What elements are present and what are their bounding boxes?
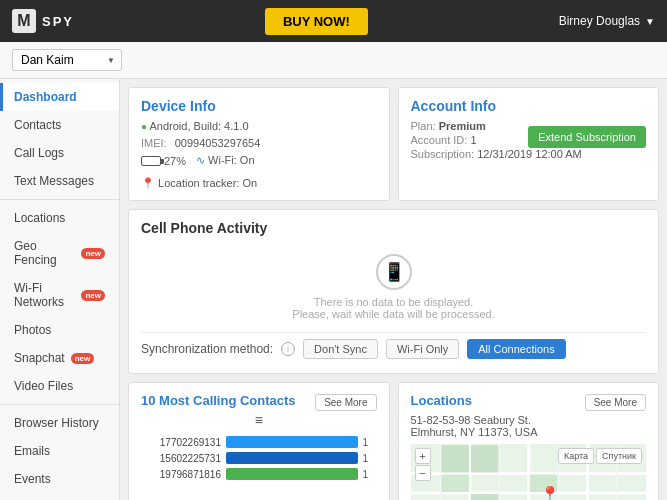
- plan-label: Plan:: [411, 120, 436, 132]
- plan-value: Premium: [439, 120, 486, 132]
- sidebar-item-text-messages[interactable]: Text Messages: [0, 167, 119, 195]
- sidebar-item-call-logs[interactable]: Call Logs: [0, 139, 119, 167]
- account-id-label: Account ID:: [411, 134, 468, 146]
- address-line2: Elmhurst, NY 11373, USA: [411, 426, 647, 438]
- user-name: Birney Douglas: [559, 14, 640, 28]
- device-info-card: Device Info ● Android, Build: 4.1.0 IMEI…: [128, 87, 390, 201]
- location-tracker-status: 📍 Location tracker: On: [141, 177, 257, 190]
- map-sputnik-button[interactable]: Спутник: [596, 448, 642, 464]
- sidebar-item-label: Snapchat: [14, 351, 65, 365]
- sidebar-item-label: Wi-Fi Networks: [14, 281, 75, 309]
- sidebar-item-label: Locations: [14, 211, 65, 225]
- map-zoom-controls: + −: [415, 448, 431, 481]
- sub-header: Dan Kaim: [0, 42, 667, 79]
- sync-label: Synchronization method:: [141, 342, 273, 356]
- locations-header: Locations See More: [411, 393, 647, 412]
- device-info-row: ● Android, Build: 4.1.0: [141, 120, 377, 132]
- bar-row-2: 15602225731 1: [141, 452, 377, 464]
- bar-val-2: 1: [363, 453, 377, 464]
- sidebar-item-dashboard[interactable]: Dashboard: [0, 83, 119, 111]
- sidebar-item-geo-fencing[interactable]: Geo Fencing new: [0, 232, 119, 274]
- bar-fill-3: [226, 468, 358, 480]
- header: m SPY BUY NOW! Birney Douglas ▼: [0, 0, 667, 42]
- subscription-row: Subscription: 12/31/2019 12:00 AM: [411, 148, 647, 160]
- bar-track-3: [226, 468, 358, 480]
- all-connections-button[interactable]: All Connections: [467, 339, 565, 359]
- subscription-label: Subscription:: [411, 148, 475, 160]
- device-selector[interactable]: Dan Kaim: [12, 49, 122, 71]
- calling-contacts-header: 10 Most Calling Contacts See More: [141, 393, 377, 412]
- user-menu[interactable]: Birney Douglas ▼: [559, 14, 655, 28]
- sidebar: Dashboard Contacts Call Logs Text Messag…: [0, 79, 120, 500]
- battery-value: 27%: [164, 155, 186, 167]
- sidebar-item-contacts[interactable]: Contacts: [0, 111, 119, 139]
- sidebar-item-label: Contacts: [14, 118, 61, 132]
- bar-row-1: 17702269131 1: [141, 436, 377, 448]
- sidebar-item-snapchat[interactable]: Snapchat new: [0, 344, 119, 372]
- logo-text: SPY: [42, 14, 74, 29]
- buy-now-button[interactable]: BUY NOW!: [265, 8, 368, 35]
- bar-label-1: 17702269131: [141, 437, 221, 448]
- map-placeholder: + − Карта Спутник 📍: [411, 444, 647, 500]
- bar-fill-1: [226, 436, 358, 448]
- new-badge-wifi: new: [81, 290, 105, 301]
- phone-icon: 📱: [376, 254, 412, 290]
- cell-activity-empty: 📱 There is no data to be displayed. Plea…: [141, 244, 646, 328]
- bar-row-3: 19796871816 1: [141, 468, 377, 480]
- sidebar-item-video-files[interactable]: Video Files: [0, 372, 119, 400]
- imei-value: 00994053297654: [175, 137, 261, 149]
- sidebar-item-locations[interactable]: Locations: [0, 204, 119, 232]
- cell-activity-title: Cell Phone Activity: [141, 220, 646, 236]
- sidebar-item-browser-history[interactable]: Browser History: [0, 409, 119, 437]
- dont-sync-button[interactable]: Don't Sync: [303, 339, 378, 359]
- account-id-value: 1: [470, 134, 476, 146]
- bar-chart: 17702269131 1 15602225731 1: [141, 436, 377, 480]
- sidebar-item-label: Video Files: [14, 379, 73, 393]
- map-pin-icon: 📍: [540, 485, 560, 500]
- locations-address: 51-82-53-98 Seabury St. Elmhurst, NY 113…: [411, 414, 647, 438]
- wifi-status: ∿ Wi-Fi: On: [196, 154, 255, 167]
- imei-label: IMEI:: [141, 137, 167, 149]
- wifi-icon: ∿: [196, 154, 205, 166]
- android-dot-icon: ●: [141, 121, 147, 132]
- android-label: ● Android, Build: 4.1.0: [141, 120, 249, 132]
- logo-icon: m: [12, 9, 36, 33]
- device-status-row: 27% ∿ Wi-Fi: On 📍 Location tracker: On: [141, 154, 377, 190]
- sidebar-item-label: Dashboard: [14, 90, 77, 104]
- map-karta-button[interactable]: Карта: [558, 448, 594, 464]
- bar-fill-2: [226, 452, 358, 464]
- chevron-down-icon: ▼: [645, 16, 655, 27]
- device-selector-wrapper: Dan Kaim: [12, 49, 122, 71]
- locations-card: Locations See More 51-82-53-98 Seabury S…: [398, 382, 660, 500]
- hamburger-icon: ≡: [141, 412, 377, 428]
- sidebar-item-label: Geo Fencing: [14, 239, 75, 267]
- account-info-title: Account Info: [411, 98, 647, 114]
- location-icon: 📍: [141, 177, 155, 189]
- calling-contacts-see-more[interactable]: See More: [315, 394, 376, 411]
- map-zoom-out-button[interactable]: −: [415, 465, 431, 481]
- sidebar-item-wifi-networks[interactable]: Wi-Fi Networks new: [0, 274, 119, 316]
- wifi-only-button[interactable]: Wi-Fi Only: [386, 339, 459, 359]
- sidebar-item-events[interactable]: Events: [0, 465, 119, 493]
- sidebar-divider-2: [0, 404, 119, 405]
- map-zoom-in-button[interactable]: +: [415, 448, 431, 464]
- calling-contacts-card: 10 Most Calling Contacts See More ≡ 1770…: [128, 382, 390, 500]
- map-type-controls: Карта Спутник: [558, 448, 642, 464]
- info-icon[interactable]: i: [281, 342, 295, 356]
- svg-rect-10: [441, 445, 468, 472]
- locations-see-more[interactable]: See More: [585, 394, 646, 411]
- bar-val-1: 1: [363, 437, 377, 448]
- extend-subscription-button[interactable]: Extend Subscription: [528, 126, 646, 148]
- account-info-card: Account Info Extend Subscription Plan: P…: [398, 87, 660, 201]
- sidebar-item-label: Text Messages: [14, 174, 94, 188]
- new-badge-geo: new: [81, 248, 105, 259]
- battery-indicator: 27%: [141, 155, 186, 167]
- sidebar-item-label: Call Logs: [14, 146, 64, 160]
- device-info-details: IMEI: 00994053297654: [141, 137, 377, 149]
- calling-contacts-title: 10 Most Calling Contacts: [141, 393, 296, 408]
- main-layout: Dashboard Contacts Call Logs Text Messag…: [0, 79, 667, 500]
- sidebar-item-photos[interactable]: Photos: [0, 316, 119, 344]
- bar-val-3: 1: [363, 469, 377, 480]
- sidebar-item-emails[interactable]: Emails: [0, 437, 119, 465]
- sidebar-item-block-websites[interactable]: Block Websites: [0, 493, 119, 500]
